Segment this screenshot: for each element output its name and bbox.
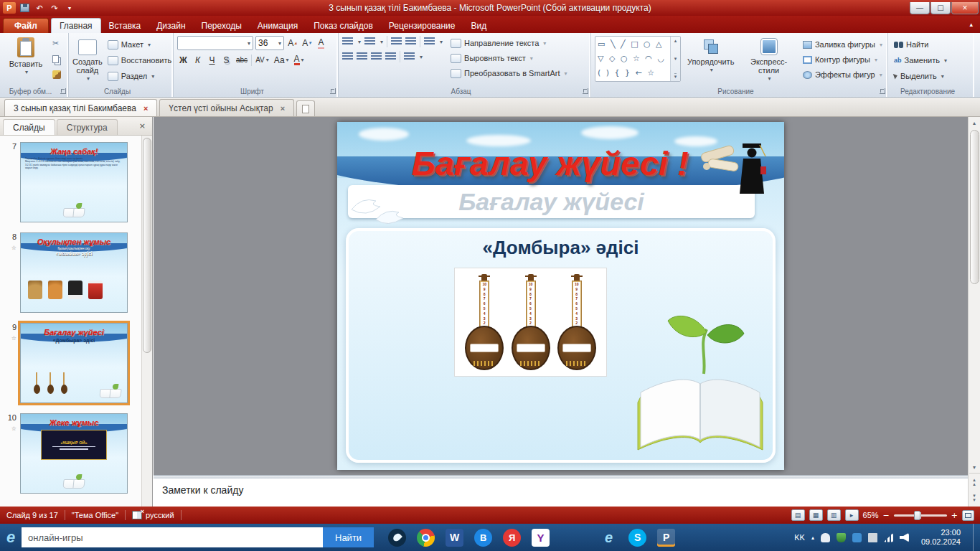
doves-image[interactable] (347, 191, 413, 231)
paste-button[interactable]: Вставить ▾ (4, 36, 48, 82)
paragraph-dialog-launcher[interactable] (583, 88, 588, 94)
doc-tab-1-close-icon[interactable]: × (143, 104, 148, 113)
reset-button[interactable]: Восстановить (105, 53, 174, 67)
clipboard-dialog-launcher[interactable] (60, 88, 66, 94)
quick-styles-button[interactable]: Экспресс-стили ▾ (740, 36, 797, 83)
underline-button[interactable]: Ч (206, 53, 218, 67)
shapes-scroll-down-icon[interactable]: ▾ (674, 56, 677, 62)
close-button[interactable]: × (951, 2, 979, 14)
word-icon[interactable]: W (446, 529, 463, 547)
taskbar-clock[interactable]: 23:00 09.02.2024 (915, 528, 966, 547)
ie-search-icon[interactable]: e (0, 527, 22, 548)
font-color-button[interactable]: А▾ (293, 53, 306, 67)
scrollbar-thumb[interactable] (970, 130, 979, 284)
slide-canvas[interactable]: Бағалау жүйесі Бағалау жүйесі ! «Домбыра… (337, 122, 784, 470)
align-text-button[interactable]: Выровнять текст▾ (448, 51, 569, 65)
convert-smartart-button[interactable]: Преобразовать в SmartArt▾ (448, 66, 569, 80)
slide-sorter-view-button[interactable]: ▦ (809, 509, 823, 521)
find-button[interactable]: Найти (892, 37, 971, 52)
align-right-icon[interactable] (371, 52, 382, 61)
zoom-out-button[interactable]: − (883, 511, 890, 520)
powerpoint-taskbar-icon[interactable]: P (657, 529, 675, 547)
zoom-slider[interactable] (894, 514, 947, 517)
bullets-icon[interactable] (342, 37, 353, 46)
tray-shield-icon[interactable] (837, 533, 846, 542)
slide-7-thumbnail[interactable]: Жаңа сабақ! Тақырыбы: Етістік туралы біл… (20, 142, 128, 222)
copy-button[interactable] (50, 52, 63, 66)
shapes-gallery[interactable]: ▭ ╲ ╱ □ ○ △ ▽ ◇ ○ ☆ ◠ ◡ ( ) { } ← ☆ ▴ ▾ … (595, 36, 681, 82)
columns-icon[interactable] (404, 52, 415, 61)
tray-usb-icon[interactable] (868, 533, 877, 542)
bold-button[interactable]: Ж (177, 53, 189, 67)
tab-slideshow[interactable]: Показ слайдов (306, 18, 381, 33)
section-button[interactable]: Раздел▾ (105, 69, 174, 83)
normal-view-button[interactable]: ▤ (791, 509, 805, 521)
numbering-icon[interactable] (364, 37, 375, 46)
scroll-up-icon[interactable]: ▴ (969, 117, 980, 128)
fit-slide-button[interactable] (962, 510, 974, 521)
y-app-icon[interactable]: Y (532, 529, 550, 547)
zoom-slider-thumb[interactable] (914, 511, 920, 520)
zoom-in-button[interactable]: + (951, 511, 958, 520)
font-dialog-launcher[interactable] (330, 88, 336, 94)
character-spacing-button[interactable]: AV▾ (254, 53, 270, 67)
maximize-button[interactable]: □ (930, 2, 951, 14)
panel-close-icon[interactable]: × (136, 121, 149, 131)
justify-icon[interactable] (385, 52, 396, 61)
app-icon[interactable]: P (3, 2, 16, 14)
slide-title[interactable]: Бағалау жүйесі ! (337, 143, 763, 183)
previous-slide-button[interactable]: ▴▴ (969, 476, 980, 489)
slideshow-button[interactable]: ▸ (845, 509, 859, 521)
shrink-font-button[interactable]: А▾ (301, 37, 313, 50)
increase-indent-icon[interactable] (405, 37, 416, 46)
tab-home[interactable]: Главная (51, 18, 101, 33)
tray-network-icon[interactable] (884, 533, 893, 542)
hidden-icons-arrow-icon[interactable]: ▴ (811, 534, 814, 541)
shape-effects-button[interactable]: Эффекты фигур▾ (801, 67, 885, 82)
taskbar-search-box[interactable] (22, 527, 323, 547)
language-switcher[interactable]: KK (794, 533, 805, 542)
tray-cloud-icon[interactable] (821, 533, 830, 542)
new-doc-tab-button[interactable] (296, 100, 315, 116)
zoom-level[interactable]: 65% (863, 511, 879, 519)
tab-review[interactable]: Рецензирование (381, 18, 463, 33)
shape-fill-button[interactable]: Заливка фигуры▾ (801, 37, 885, 52)
replace-button[interactable]: abЗаменить▾ (892, 53, 971, 67)
scroll-down-icon[interactable]: ▾ (969, 461, 980, 473)
tray-app-icon[interactable] (852, 533, 862, 542)
format-painter-button[interactable] (50, 67, 63, 82)
internet-explorer-icon[interactable]: e (600, 529, 618, 547)
vertical-scrollbar[interactable]: ▴ ▾ ▴▴ ▾▾ (968, 117, 980, 507)
shapes-scroll-up-icon[interactable]: ▴ (674, 38, 677, 44)
doc-tab-2-close-icon[interactable]: × (281, 104, 285, 113)
doc-tab-1[interactable]: 3 сынып қазақ тілі Бакимбаева × (4, 99, 157, 116)
tab-view[interactable]: Вид (463, 18, 495, 33)
show-desktop-button[interactable] (973, 524, 977, 551)
align-left-icon[interactable] (342, 52, 353, 61)
font-name-combo[interactable]: ▾ (177, 36, 253, 50)
spelling-status[interactable]: русский (126, 511, 180, 519)
skype-icon[interactable]: S (628, 529, 646, 547)
slide-9-thumbnail[interactable]: Бағалау жүйесі «Домбыра» әдісі (20, 323, 128, 403)
italic-button[interactable]: К (192, 53, 204, 67)
slide-subtitle[interactable]: «Домбыра» әдісі (337, 237, 784, 259)
shapes-row-1[interactable]: ▭ ╲ ╱ □ ○ △ (598, 37, 668, 52)
search-button[interactable]: Найти (323, 527, 374, 547)
shapes-row-2[interactable]: ▽ ◇ ○ ☆ ◠ ◡ (598, 52, 668, 66)
strikethrough-button[interactable]: abc (235, 53, 249, 67)
panel-tab-slides[interactable]: Слайды (3, 119, 55, 135)
tab-design[interactable]: Дизайн (149, 18, 193, 33)
bluetooth-icon[interactable]: B (474, 529, 492, 547)
search-input[interactable] (28, 532, 316, 543)
save-button[interactable] (18, 2, 31, 14)
reading-view-button[interactable]: ▥ (827, 509, 841, 521)
drop-app-icon[interactable] (388, 529, 406, 547)
change-case-button[interactable]: Аа▾ (273, 53, 291, 67)
shapes-more-icon[interactable]: ▾ (674, 73, 677, 80)
panel-scrollbar[interactable] (141, 136, 152, 507)
customize-qat-button[interactable]: ▾ (63, 2, 76, 14)
panel-scrollbar-thumb[interactable] (143, 138, 151, 353)
arrange-button[interactable]: Упорядочить ▾ (684, 36, 737, 83)
tab-file[interactable]: Файл (3, 18, 49, 33)
shapes-row-3[interactable]: ( ) { } ← ☆ (598, 66, 668, 80)
